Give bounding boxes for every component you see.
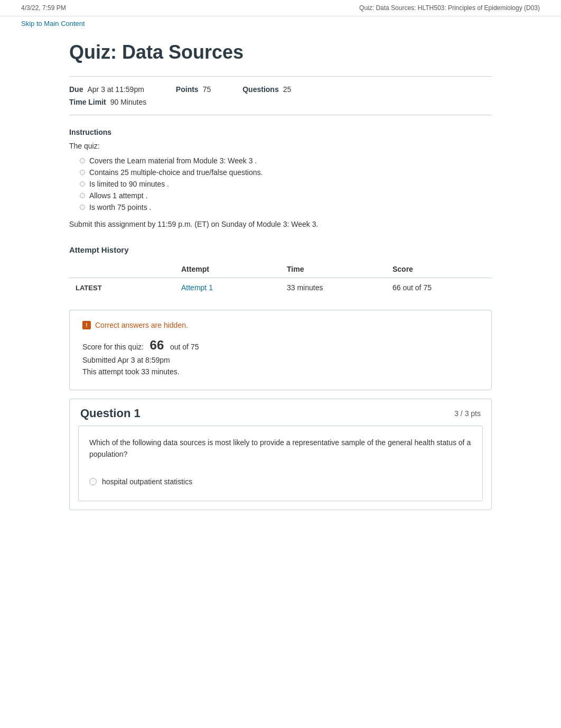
row-time: 33 minutes xyxy=(280,278,386,298)
col-header-status xyxy=(69,261,175,278)
bullet-icon xyxy=(80,181,85,187)
notice-icon: ! xyxy=(82,321,91,329)
quiz-intro: The quiz: xyxy=(69,142,492,150)
time-limit-label: Time Limit xyxy=(69,98,106,106)
question-text-1: Which of the following data sources is m… xyxy=(89,437,472,460)
submitted-line: Submitted Apr 3 at 8:59pm xyxy=(82,356,479,364)
list-item: Allows 1 attempt . xyxy=(80,191,492,200)
instructions-section: Instructions The quiz: Covers the Learn … xyxy=(69,128,492,228)
row-score: 66 out of 75 xyxy=(386,278,492,298)
bullet-text: Is worth 75 points . xyxy=(89,203,152,211)
bullet-text: Allows 1 attempt . xyxy=(89,191,148,200)
quiz-meta-table: Due Apr 3 at 11:59pm Points 75 Questions… xyxy=(69,76,492,115)
bullet-icon xyxy=(80,170,85,175)
correct-answers-text: Correct answers are hidden. xyxy=(95,321,188,329)
row-attempt: Attempt 1 xyxy=(175,278,280,298)
score-section: ! Correct answers are hidden. Score for … xyxy=(69,310,492,390)
bullet-icon xyxy=(80,205,85,210)
time-limit-value: 90 Minutes xyxy=(110,98,146,106)
table-row: LATEST Attempt 1 33 minutes 66 out of 75 xyxy=(69,278,492,298)
questions-label: Questions xyxy=(242,85,278,94)
attempt-history-heading: Attempt History xyxy=(69,245,492,254)
submit-note: Submit this assignment by 11:59 p.m. (ET… xyxy=(69,220,492,228)
questions-value: 25 xyxy=(283,85,292,94)
attempt-table-header-row: Attempt Time Score xyxy=(69,261,492,278)
points-label: Points xyxy=(176,85,199,94)
question-points-1: 3 / 3 pts xyxy=(454,409,481,418)
instructions-heading: Instructions xyxy=(69,128,492,136)
question-body-1: Which of the following data sources is m… xyxy=(78,426,483,501)
due-meta: Due Apr 3 at 11:59pm xyxy=(69,85,144,94)
main-content: Quiz: Data Sources Due Apr 3 at 11:59pm … xyxy=(48,31,513,550)
question-title-1: Question 1 xyxy=(80,407,141,420)
answer-radio-1 xyxy=(89,478,97,485)
timestamp: 4/3/22, 7:59 PM xyxy=(21,4,66,12)
row-status: LATEST xyxy=(69,278,175,298)
score-line: Score for this quiz: 66 out of 75 xyxy=(82,338,479,353)
points-meta: Points 75 xyxy=(176,85,211,94)
bullet-text: Contains 25 multiple-choice and true/fal… xyxy=(89,168,263,177)
question-header-1: Question 1 3 / 3 pts xyxy=(70,399,491,426)
attempt-link[interactable]: Attempt 1 xyxy=(181,283,213,292)
due-label: Due xyxy=(69,85,83,94)
attempt-table: Attempt Time Score LATEST Attempt 1 33 m… xyxy=(69,261,492,297)
attempt-history-section: Attempt History Attempt Time Score LATES… xyxy=(69,245,492,297)
quiz-meta-row-2: Time Limit 90 Minutes xyxy=(69,96,492,108)
list-item: Is limited to 90 minutes . xyxy=(80,180,492,188)
page-title-bar: Quiz: Data Sources: HLTH503: Principles … xyxy=(359,4,540,12)
instructions-list: Covers the Learn material from Module 3:… xyxy=(69,156,492,211)
top-bar: 4/3/22, 7:59 PM Quiz: Data Sources: HLTH… xyxy=(0,0,561,16)
time-limit-meta: Time Limit 90 Minutes xyxy=(69,98,146,106)
skip-to-main-link[interactable]: Skip to Main Content xyxy=(0,16,561,31)
score-value: 66 xyxy=(150,338,164,352)
list-item: Covers the Learn material from Module 3:… xyxy=(80,156,492,165)
list-item: Contains 25 multiple-choice and true/fal… xyxy=(80,168,492,177)
question-block-1: Question 1 3 / 3 pts Which of the follow… xyxy=(69,399,492,510)
quiz-title: Quiz: Data Sources xyxy=(69,41,492,68)
correct-answers-notice: ! Correct answers are hidden. xyxy=(82,321,479,329)
score-out-of: out of 75 xyxy=(170,343,199,351)
questions-meta: Questions 25 xyxy=(242,85,291,94)
answer-option-1: hospital outpatient statistics xyxy=(89,473,472,490)
bullet-text: Covers the Learn material from Module 3:… xyxy=(89,156,257,165)
col-header-score: Score xyxy=(386,261,492,278)
col-header-attempt: Attempt xyxy=(175,261,280,278)
due-value: Apr 3 at 11:59pm xyxy=(87,85,144,94)
list-item: Is worth 75 points . xyxy=(80,203,492,211)
bullet-text: Is limited to 90 minutes . xyxy=(89,180,169,188)
bullet-icon xyxy=(80,158,85,163)
answer-label-1: hospital outpatient statistics xyxy=(102,477,192,486)
bullet-icon xyxy=(80,193,85,198)
col-header-time: Time xyxy=(280,261,386,278)
points-value: 75 xyxy=(203,85,211,94)
attempt-duration-line: This attempt took 33 minutes. xyxy=(82,367,479,376)
score-label: Score for this quiz: xyxy=(82,343,144,351)
quiz-meta-row-1: Due Apr 3 at 11:59pm Points 75 Questions… xyxy=(69,83,492,96)
